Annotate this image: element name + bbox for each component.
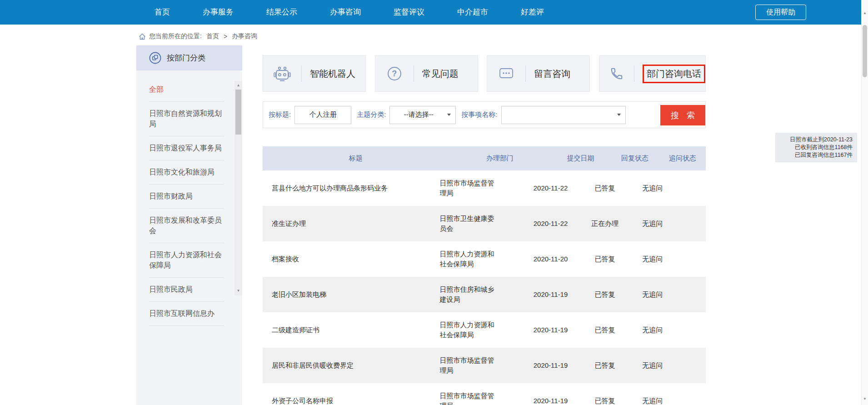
item-select[interactable] bbox=[501, 106, 626, 124]
cell-reply-status: 已答复 bbox=[580, 317, 629, 343]
table-row[interactable]: 老旧小区加装电梯 日照市住房和城乡建设局 2020-11-19 已答复 无追问 bbox=[263, 277, 706, 312]
breadcrumb-prefix: 您当前所在的位置: bbox=[149, 32, 202, 40]
nav-item[interactable]: 办事咨询 bbox=[330, 0, 361, 25]
topic-select[interactable]: --请选择-- bbox=[389, 106, 456, 124]
chevron-down-icon bbox=[617, 114, 621, 116]
cell-title[interactable]: 二级建造师证书 bbox=[263, 317, 440, 343]
table-row[interactable]: 外资子公司名称申报 日照市市场监督管理局 2020-11-19 已答复 无追问 bbox=[263, 383, 706, 405]
chevron-down-icon bbox=[447, 114, 451, 116]
main-content: 智能机器人 ? 常见问题 留言咨询 bbox=[263, 55, 706, 405]
tab-smart-robot[interactable]: 智能机器人 bbox=[263, 55, 366, 92]
cell-department: 日照市人力资源和社会保障局 bbox=[440, 241, 521, 277]
stats-box: 日照市截止到2020-11-23 已收到咨询信息1168件 已回复咨询信息116… bbox=[775, 133, 857, 162]
tab-message-consult-label: 留言咨询 bbox=[534, 68, 570, 80]
topic-filter-label: 主题分类: bbox=[357, 110, 386, 119]
nav-item[interactable]: 结果公示 bbox=[266, 0, 297, 25]
cell-title[interactable]: 外资子公司名称申报 bbox=[263, 388, 440, 405]
table-row[interactable]: 莒县什么地方可以办理商品条形码业务 日照市市场监督管理局 2020-11-22 … bbox=[263, 170, 706, 206]
cell-title[interactable]: 准生证办理 bbox=[263, 211, 440, 236]
department-item[interactable]: 日照市互联网信息办 bbox=[149, 302, 224, 326]
table-row[interactable]: 居民和非居民供暖收费界定 日照市市场监督管理局 2020-11-19 已答复 无… bbox=[263, 348, 706, 383]
cell-date: 2020-11-22 bbox=[521, 175, 581, 201]
cell-follow-status: 无追问 bbox=[629, 317, 676, 343]
page-scrollbar-thumb[interactable] bbox=[863, 25, 867, 77]
cell-title[interactable]: 档案接收 bbox=[263, 246, 440, 272]
sidebar-header: 按部门分类 bbox=[136, 45, 242, 70]
table-row[interactable]: 准生证办理 日照市卫生健康委员会 2020-11-22 正在办理 无追问 bbox=[263, 206, 706, 241]
item-filter-label: 按事项名称: bbox=[461, 110, 497, 119]
cell-follow-status: 无追问 bbox=[629, 353, 676, 378]
breadcrumb-current: 办事咨询 bbox=[232, 32, 257, 40]
search-button[interactable]: 搜 索 bbox=[660, 105, 705, 125]
category-icon bbox=[149, 52, 161, 64]
phone-icon bbox=[610, 67, 624, 80]
cell-title[interactable]: 莒县什么地方可以办理商品条形码业务 bbox=[263, 175, 440, 201]
topic-select-value: --请选择-- bbox=[390, 110, 447, 119]
department-item[interactable]: 全部 bbox=[149, 78, 224, 102]
table-row[interactable]: 二级建造师证书 日照市人力资源和社会保障局 2020-11-19 已答复 无追问 bbox=[263, 312, 706, 348]
nav-item[interactable]: 办事服务 bbox=[203, 0, 234, 25]
department-item[interactable]: 日照市退役军人事务局 bbox=[149, 136, 224, 160]
cell-date: 2020-11-22 bbox=[521, 211, 581, 236]
sidebar-scroll-up-icon[interactable]: ▲ bbox=[234, 82, 242, 89]
cell-follow-status: 无追问 bbox=[629, 388, 676, 405]
cell-date: 2020-11-20 bbox=[521, 246, 581, 272]
department-item[interactable]: 日照市民政局 bbox=[149, 278, 224, 302]
tab-divider bbox=[525, 65, 526, 82]
cell-reply-status: 已答复 bbox=[580, 175, 629, 201]
inquiry-table: 标题 办理部门 提交日期 回复状态 追问状态 莒县什么地方可以办理商品条形码业务… bbox=[263, 146, 706, 405]
tab-faq[interactable]: ? 常见问题 bbox=[375, 55, 478, 92]
tab-divider bbox=[301, 65, 302, 82]
table-header-cell: 追问状态 bbox=[659, 154, 706, 163]
tab-message-consult[interactable]: 留言咨询 bbox=[487, 55, 590, 92]
cell-date: 2020-11-19 bbox=[521, 282, 581, 307]
sidebar-scrollbar-thumb[interactable] bbox=[235, 90, 241, 135]
cell-reply-status: 已答复 bbox=[580, 246, 629, 272]
nav-item[interactable]: 首页 bbox=[155, 0, 170, 25]
department-item[interactable]: 日照市人力资源和社会保障局 bbox=[149, 243, 224, 278]
stats-line-deadline: 日照市截止到2020-11-23 bbox=[780, 136, 853, 144]
scroll-down-icon[interactable]: ▼ bbox=[862, 396, 868, 402]
title-filter-label: 按标题: bbox=[269, 110, 291, 119]
tab-department-phone[interactable]: 部门咨询电话 bbox=[599, 55, 706, 92]
sidebar-scrollbar[interactable]: ▲ ▼ bbox=[234, 81, 242, 295]
table-header-cell: 提交日期 bbox=[551, 154, 611, 163]
help-button[interactable]: 使用帮助 bbox=[755, 5, 806, 20]
department-item[interactable]: 日照市财政局 bbox=[149, 185, 224, 209]
cell-department: 日照市住房和城乡建设局 bbox=[440, 277, 521, 312]
tab-faq-label: 常见问题 bbox=[422, 68, 459, 80]
tab-department-phone-label: 部门咨询电话 bbox=[643, 65, 705, 83]
robot-icon bbox=[273, 66, 291, 81]
stats-line-received: 已收到咨询信息1168件 bbox=[780, 144, 853, 151]
cell-follow-status: 无追问 bbox=[629, 211, 676, 236]
nav-item[interactable]: 好差评 bbox=[521, 0, 544, 25]
department-item[interactable]: 日照市发展和改革委员会 bbox=[149, 209, 224, 243]
department-item[interactable]: 日照市自然资源和规划局 bbox=[149, 102, 224, 136]
cell-department: 日照市市场监督管理局 bbox=[440, 348, 521, 383]
breadcrumb-home-link[interactable]: 首页 bbox=[206, 32, 219, 40]
scroll-up-icon[interactable]: ▲ bbox=[862, 10, 868, 16]
search-bar: 按标题: 主题分类: --请选择-- 按事项名称: 搜 索 bbox=[263, 101, 706, 128]
breadcrumb: 您当前所在的位置: 首页 > 办事咨询 bbox=[139, 30, 262, 43]
sidebar-scroll-down-icon[interactable]: ▼ bbox=[234, 288, 242, 294]
title-filter-input[interactable] bbox=[294, 106, 351, 124]
cell-reply-status: 正在办理 bbox=[580, 211, 629, 236]
tab-divider bbox=[414, 65, 414, 82]
tab-divider bbox=[634, 65, 634, 82]
table-header-cell: 办理部门 bbox=[449, 154, 551, 163]
top-nav: 首页 办事服务 结果公示 办事咨询 监督评议 中介超市 好差评 使用帮助 bbox=[0, 0, 861, 25]
cell-title[interactable]: 居民和非居民供暖收费界定 bbox=[263, 353, 440, 378]
department-sidebar: 按部门分类 全部 日照市自然资源和规划局 日照市退役军人事务局 日照市文化和旅游… bbox=[136, 45, 242, 405]
nav-item[interactable]: 中介超市 bbox=[457, 0, 488, 25]
nav-item[interactable]: 监督评议 bbox=[394, 0, 424, 25]
cell-reply-status: 已答复 bbox=[580, 282, 629, 307]
home-icon bbox=[139, 33, 146, 40]
table-row[interactable]: 档案接收 日照市人力资源和社会保障局 2020-11-20 已答复 无追问 bbox=[263, 241, 706, 277]
table-header-row: 标题 办理部门 提交日期 回复状态 追问状态 bbox=[263, 146, 706, 170]
breadcrumb-separator: > bbox=[224, 33, 227, 40]
department-item[interactable]: 日照市文化和旅游局 bbox=[149, 160, 224, 185]
department-list: 全部 日照市自然资源和规划局 日照市退役军人事务局 日照市文化和旅游局 日照市财… bbox=[136, 70, 242, 326]
page-scrollbar[interactable]: ▲ ▼ bbox=[861, 0, 868, 405]
cell-title[interactable]: 老旧小区加装电梯 bbox=[263, 282, 440, 307]
cell-department: 日照市市场监督管理局 bbox=[440, 170, 521, 206]
